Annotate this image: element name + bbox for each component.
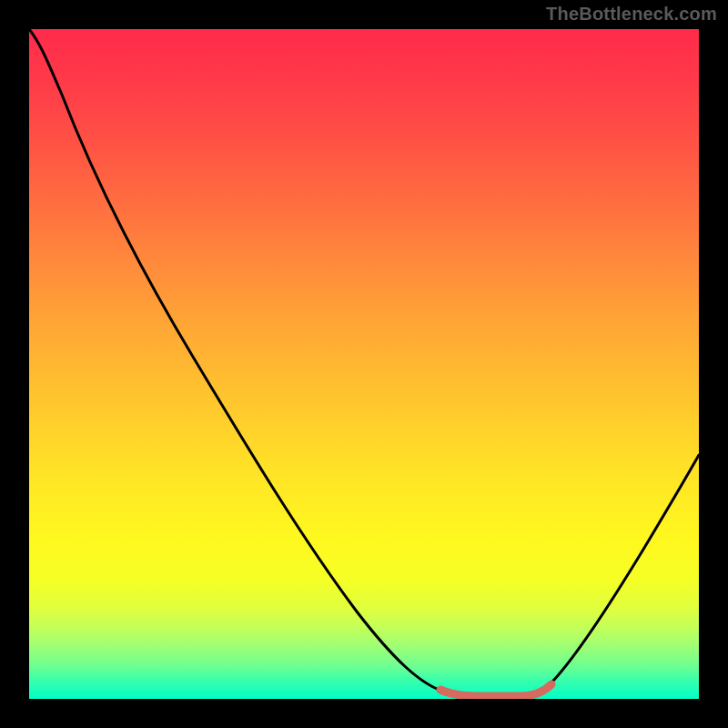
plot-area	[29, 29, 699, 699]
highlight-layer	[29, 29, 699, 699]
chart-frame: TheBottleneck.com	[0, 0, 728, 728]
watermark-text: TheBottleneck.com	[546, 4, 717, 25]
valley-highlight	[440, 684, 551, 696]
